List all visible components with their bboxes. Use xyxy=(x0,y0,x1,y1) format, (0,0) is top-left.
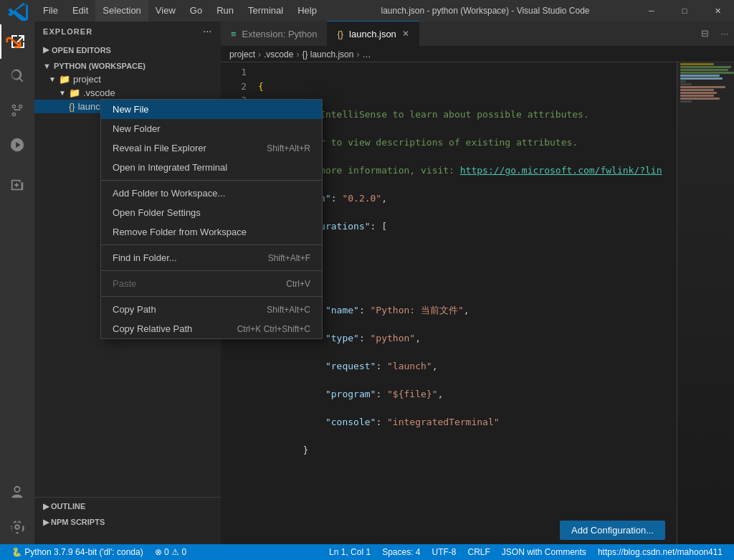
menu-view[interactable]: View xyxy=(148,0,183,22)
ctx-remove-folder[interactable]: Remove Folder from Workspace xyxy=(101,222,322,242)
breadcrumb-sep: › xyxy=(258,49,261,60)
ctx-folder-settings[interactable]: Open Folder Settings xyxy=(101,203,322,222)
run-debug-icon[interactable] xyxy=(0,128,34,162)
ctx-copy-rel-label: Copy Relative Path xyxy=(113,323,192,334)
sidebar-title: Explorer xyxy=(43,27,92,36)
app-logo xyxy=(0,1,36,21)
tab-actions-menu[interactable]: ··· xyxy=(715,21,734,46)
ctx-find-folder[interactable]: Find in Folder... Shift+Alt+F xyxy=(101,248,322,267)
tab-launch-json[interactable]: {} launch.json ✕ xyxy=(327,21,419,46)
status-spaces[interactable]: Spaces: 4 xyxy=(376,544,426,560)
menu-selection[interactable]: Selection xyxy=(95,0,148,22)
npm-scripts-label: NPM SCRIPTS xyxy=(51,518,105,526)
status-errors[interactable]: ⊗ 0 ⚠ 0 xyxy=(149,544,192,560)
python-status-icon: 🐍 xyxy=(11,547,22,557)
explorer-icon[interactable] xyxy=(0,24,34,59)
ctx-separator-3 xyxy=(101,270,322,271)
breadcrumb: project › .vscode › {} launch.json › … xyxy=(221,47,734,62)
breadcrumb-launch[interactable]: {} launch.json xyxy=(302,49,353,60)
ctx-add-folder[interactable]: Add Folder to Workspace... xyxy=(101,184,322,203)
chevron-right-icon: ▶ xyxy=(43,502,49,511)
tab-close-icon[interactable]: ✕ xyxy=(402,29,409,39)
accounts-icon[interactable] xyxy=(0,475,34,510)
open-editors-section: ▶ OPEN EDITORS xyxy=(34,42,221,58)
python-icon: ≡ xyxy=(231,29,237,39)
folder-icon: 📁 xyxy=(59,74,70,85)
ctx-reveal-explorer[interactable]: Reveal in File Explorer Shift+Alt+R xyxy=(101,138,322,158)
statusbar: 🐍 Python 3.7.9 64-bit ('dl': conda) ⊗ 0 … xyxy=(0,544,734,560)
search-icon[interactable] xyxy=(0,59,34,93)
ctx-paste-label: Paste xyxy=(113,278,136,289)
restore-button[interactable]: □ xyxy=(668,0,701,22)
breadcrumb-sep: › xyxy=(356,49,359,60)
tab-label: Extension: Python xyxy=(242,29,318,39)
tab-extension-python[interactable]: ≡ Extension: Python xyxy=(221,21,327,46)
python-version-label: Python 3.7.9 64-bit ('dl': conda) xyxy=(24,547,143,557)
ctx-separator-4 xyxy=(101,296,322,297)
status-python[interactable]: 🐍 Python 3.7.9 64-bit ('dl': conda) xyxy=(6,544,149,560)
breadcrumb-project[interactable]: project xyxy=(229,49,255,60)
activity-bar: ↩ xyxy=(0,22,34,544)
ctx-open-terminal[interactable]: Open in Integrated Terminal xyxy=(101,158,322,177)
window-title: launch.json - python (Workspace) - Visua… xyxy=(335,6,635,16)
ctx-separator-1 xyxy=(101,180,322,181)
chevron-down-icon: ▼ xyxy=(43,62,51,70)
sidebar-item-vscode[interactable]: ▼ 📁 .vscode xyxy=(34,86,221,100)
source-control-icon[interactable] xyxy=(0,93,34,128)
tab-bar: ≡ Extension: Python {} launch.json ✕ ⊟ ·… xyxy=(221,22,734,47)
json-icon: {} xyxy=(69,101,75,112)
ctx-new-file[interactable]: New File xyxy=(101,100,322,119)
settings-icon[interactable] xyxy=(0,510,34,544)
status-position[interactable]: Ln 1, Col 1 xyxy=(323,544,376,560)
menu-bar: File Edit Selection View Go Run Terminal… xyxy=(36,0,335,22)
close-button[interactable]: ✕ xyxy=(701,0,734,22)
sidebar-item-label: project xyxy=(73,74,101,85)
split-editor-icon[interactable]: ⊟ xyxy=(695,21,715,46)
ctx-find-label: Find in Folder... xyxy=(113,252,177,263)
chevron-icon: ▼ xyxy=(59,89,66,97)
ctx-reveal-label: Reveal in File Explorer xyxy=(113,143,206,153)
ctx-separator-2 xyxy=(101,245,322,245)
ctx-find-shortcut: Shift+Alt+F xyxy=(268,253,310,263)
titlebar: File Edit Selection View Go Run Terminal… xyxy=(0,0,734,22)
json-file-icon: {} xyxy=(337,29,343,39)
menu-go[interactable]: Go xyxy=(183,0,209,22)
ctx-new-folder[interactable]: New Folder xyxy=(101,119,322,138)
open-editors-label: OPEN EDITORS xyxy=(52,46,111,54)
status-language[interactable]: JSON with Comments xyxy=(496,544,592,560)
chevron-icon: ▶ xyxy=(43,45,49,54)
menu-file[interactable]: File xyxy=(36,0,65,22)
npm-scripts-section[interactable]: ▶ NPM SCRIPTS xyxy=(34,513,221,531)
add-configuration-button[interactable]: Add Configuration... xyxy=(560,521,665,540)
menu-run[interactable]: Run xyxy=(209,0,241,22)
status-right: Ln 1, Col 1 Spaces: 4 UTF-8 CRLF JSON wi… xyxy=(323,544,728,560)
status-encoding[interactable]: UTF-8 xyxy=(426,544,462,560)
outline-label: OUTLINE xyxy=(51,502,85,511)
minimap xyxy=(677,62,734,544)
sidebar-item-project[interactable]: ▼ 📁 project xyxy=(34,72,221,86)
breadcrumb-more[interactable]: … xyxy=(362,49,371,60)
menu-edit[interactable]: Edit xyxy=(65,0,95,22)
sidebar-item-label: .vscode xyxy=(83,87,115,98)
sidebar-actions-icon[interactable]: ··· xyxy=(204,27,212,36)
ctx-copy-path[interactable]: Copy Path Shift+Alt+C xyxy=(101,300,322,319)
breadcrumb-vscode[interactable]: .vscode xyxy=(264,49,293,60)
extensions-icon[interactable] xyxy=(0,168,34,202)
status-link[interactable]: https://blog.csdn.net/mahoon411 xyxy=(592,544,728,560)
chevron-down-icon: ▼ xyxy=(49,75,56,83)
chevron-right-icon: ▶ xyxy=(43,518,49,526)
ctx-copy-rel-shortcut: Ctrl+K Ctrl+Shift+C xyxy=(237,324,310,334)
workspace-header[interactable]: ▼ PYTHON (WORKSPACE) xyxy=(34,60,221,72)
error-count-label: ⊗ 0 ⚠ 0 xyxy=(155,547,186,557)
ctx-terminal-label: Open in Integrated Terminal xyxy=(113,162,227,173)
ctx-reveal-shortcut: Shift+Alt+R xyxy=(267,143,310,153)
ctx-copy-path-shortcut: Shift+Alt+C xyxy=(267,305,310,315)
status-line-endings[interactable]: CRLF xyxy=(462,544,496,560)
ctx-add-folder-label: Add Folder to Workspace... xyxy=(113,188,225,199)
ctx-copy-path-label: Copy Path xyxy=(113,304,156,315)
ctx-copy-relative-path[interactable]: Copy Relative Path Ctrl+K Ctrl+Shift+C xyxy=(101,319,322,338)
menu-terminal[interactable]: Terminal xyxy=(241,0,290,22)
open-editors-header[interactable]: ▶ OPEN EDITORS xyxy=(34,43,221,57)
menu-help[interactable]: Help xyxy=(290,0,324,22)
minimize-button[interactable]: ─ xyxy=(635,0,668,22)
